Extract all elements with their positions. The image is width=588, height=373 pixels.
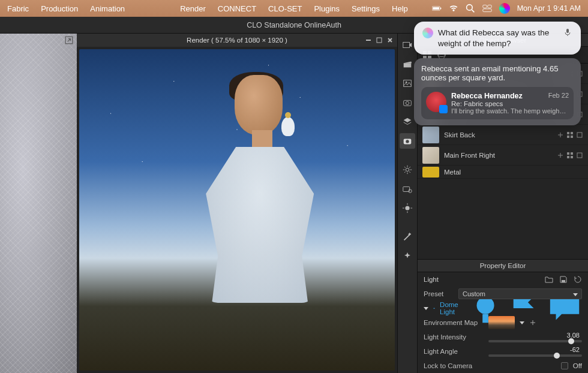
macos-menubar: Fabric Production Animation Render CONNE… [0, 0, 588, 17]
svg-point-18 [406, 140, 409, 143]
menu-help[interactable]: Help [392, 4, 408, 13]
lock-camera-row: Lock to Camera Off [418, 359, 588, 373]
siri-icon[interactable] [499, 3, 510, 14]
svg-point-3 [466, 5, 472, 11]
tool-camera-film[interactable] [400, 37, 415, 53]
svg-rect-5 [482, 5, 486, 8]
wifi-icon[interactable] [449, 4, 458, 13]
menubar-clock[interactable]: Mon Apr 1 9:41 AM [517, 4, 581, 13]
folder-open-icon[interactable] [545, 275, 553, 284]
close-tab-icon[interactable] [386, 37, 394, 44]
render-panel: Render ( 57.5% of 1080 × 1920 ) [77, 34, 397, 373]
tool-layers[interactable] [400, 114, 415, 130]
menu-plugins[interactable]: Plugins [314, 4, 340, 13]
siri-answer-text: Rebecca sent an email mentioning 4.65 ou… [421, 64, 558, 82]
search-icon[interactable] [466, 4, 475, 13]
undock-icon[interactable] [65, 36, 73, 44]
preset-select[interactable]: Custom [458, 288, 582, 299]
add-icon[interactable] [557, 131, 564, 139]
intensity-value: 3.08 [567, 332, 582, 339]
svg-rect-12 [404, 63, 412, 67]
tool-sun[interactable] [400, 200, 415, 216]
tool-settings-gear[interactable] [400, 162, 415, 178]
mic-icon[interactable] [563, 28, 572, 37]
svg-rect-61 [566, 29, 569, 33]
property-editor-header: Property Editor [418, 259, 588, 272]
tool-screenshot[interactable] [400, 95, 415, 110]
undock-tab-icon[interactable] [376, 37, 383, 44]
siri-question-text: What did Rebecca say was the weight of t… [438, 28, 558, 49]
sender-avatar [426, 92, 446, 112]
grid-icon[interactable] [566, 131, 574, 139]
grid-icon[interactable] [566, 152, 574, 159]
left-viewport[interactable] [0, 34, 77, 373]
tool-image[interactable] [400, 76, 415, 91]
minimize-tab-icon[interactable] [365, 37, 372, 44]
svg-rect-54 [571, 152, 573, 155]
tool-wand[interactable] [400, 229, 415, 245]
email-preview: I'll bring the swatch. The hemp weighs… [451, 107, 569, 115]
render-viewport[interactable] [79, 49, 395, 371]
object-name: Metal [444, 169, 583, 176]
object-row[interactable]: Main Front Right [418, 145, 588, 166]
svg-rect-50 [567, 136, 569, 138]
svg-rect-49 [571, 132, 573, 134]
tool-sparkle[interactable] [400, 248, 415, 264]
email-date: Feb 22 [548, 92, 569, 100]
menu-production[interactable]: Production [41, 4, 78, 13]
control-center-icon[interactable] [482, 4, 492, 13]
expand-icon[interactable] [576, 131, 583, 139]
svg-rect-52 [577, 133, 582, 137]
svg-rect-2 [440, 8, 441, 10]
env-map-thumb[interactable] [488, 316, 515, 329]
svg-point-19 [406, 168, 409, 171]
tool-render-camera[interactable] [400, 133, 415, 149]
menu-connect[interactable]: CONNECT [218, 4, 256, 13]
add-env-icon[interactable] [529, 319, 536, 326]
lock-camera-checkbox[interactable] [561, 362, 568, 369]
menu-render[interactable]: Render [180, 4, 206, 13]
svg-rect-7 [482, 9, 491, 12]
siri-overlay: What did Rebecca say was the weight of t… [414, 22, 581, 125]
rendered-avatar [174, 75, 347, 371]
expand-icon[interactable] [576, 152, 583, 159]
svg-rect-1 [433, 7, 439, 10]
object-row[interactable]: Skirt Back [418, 125, 588, 145]
svg-rect-48 [567, 132, 569, 134]
object-name: Skirt Back [444, 131, 552, 139]
env-map-dropdown[interactable] [520, 321, 524, 324]
property-editor-title: Property Editor [480, 262, 526, 269]
intensity-slider[interactable] [488, 340, 582, 342]
svg-line-4 [472, 10, 474, 12]
svg-point-59 [476, 297, 494, 314]
intensity-row: Light Intensity 3.08 [418, 330, 588, 344]
menu-closet[interactable]: CLO-SET [268, 4, 302, 13]
property-toolbar: Light [418, 272, 588, 287]
save-icon[interactable] [559, 275, 568, 284]
add-icon[interactable] [557, 152, 564, 159]
reset-icon[interactable] [574, 275, 582, 284]
angle-slider[interactable] [488, 354, 582, 357]
intensity-label: Light Intensity [424, 333, 484, 341]
object-thumb [422, 147, 439, 164]
object-thumb [422, 167, 439, 178]
lock-camera-label: Lock to Camera [424, 362, 484, 369]
menu-animation[interactable]: Animation [90, 4, 125, 13]
svg-point-14 [406, 82, 407, 83]
object-row[interactable]: Metal [418, 166, 588, 179]
siri-answer-bubble: Rebecca sent an email mentioning 4.65 ou… [414, 58, 581, 125]
svg-rect-10 [377, 38, 382, 43]
svg-rect-55 [567, 156, 569, 158]
angle-value: -62 [570, 346, 582, 353]
env-map-row: Environment Map [418, 315, 588, 330]
tool-clapper[interactable] [400, 56, 415, 72]
siri-email-result[interactable]: Rebecca Hernandez Feb 22 Re: Fabric spec… [421, 87, 574, 119]
battery-icon[interactable] [432, 4, 442, 13]
preset-row: Preset Custom [418, 287, 588, 301]
siri-question-bubble[interactable]: What did Rebecca say was the weight of t… [414, 22, 581, 55]
dome-light-row[interactable]: Dome Light [418, 301, 588, 315]
menu-settings[interactable]: Settings [352, 4, 380, 13]
menu-fabric[interactable]: Fabric [7, 4, 29, 13]
tool-camera-settings[interactable] [400, 181, 415, 197]
light-section-label: Light [424, 276, 466, 283]
